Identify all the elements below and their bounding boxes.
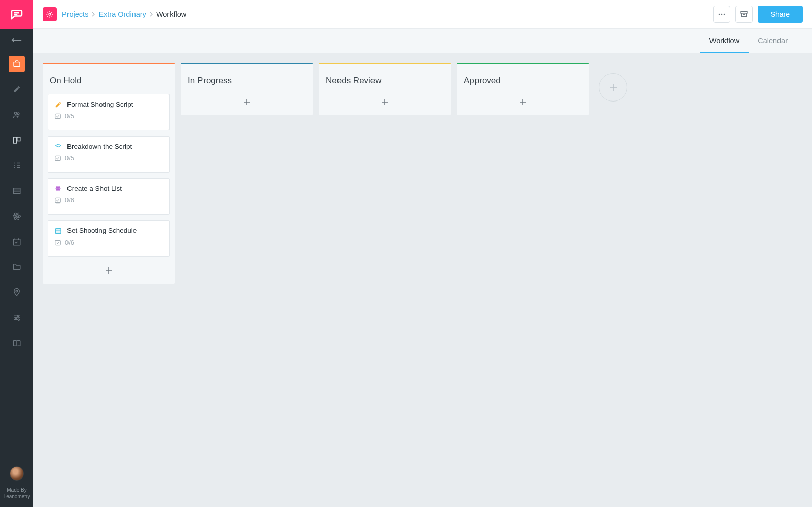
svg-point-2 [17,113,19,115]
box-icon [54,143,62,150]
card-title: Format Shoting Script [67,100,133,108]
card-progress: 0/6 [65,239,74,246]
pencil-icon [54,100,62,108]
sidebar: Made By Leanometry [0,0,33,507]
column-body: Format Shoting Script0/5Breakdown the Sc… [43,94,175,284]
add-card-button[interactable] [324,94,446,110]
archive-button[interactable] [735,6,753,23]
tab-workflow[interactable]: Workflow [700,29,749,53]
column-body [181,94,313,115]
card[interactable]: Format Shoting Script0/5 [48,94,170,130]
svg-rect-4 [17,137,20,141]
card-title: Create a Shot List [67,185,122,192]
svg-point-15 [49,13,51,15]
svg-rect-5 [13,188,20,194]
checklist-icon [54,197,61,204]
column-body [319,94,451,115]
svg-rect-3 [13,137,16,143]
more-button[interactable] [713,6,730,23]
add-card-button[interactable] [48,262,170,279]
column-header: Approved [457,64,589,94]
svg-point-11 [16,290,18,292]
svg-rect-21 [55,156,61,160]
sidebar-item-settings[interactable] [9,310,25,326]
column: On HoldFormat Shoting Script0/5Breakdown… [43,63,175,284]
card-progress: 0/5 [65,154,74,162]
add-column-button[interactable] [599,73,627,102]
checklist-icon [54,113,61,120]
avatar[interactable] [10,466,24,481]
svg-point-25 [58,188,59,189]
sidebar-item-calendar[interactable] [9,233,25,250]
add-card-button[interactable] [462,94,584,110]
sidebar-item-tasks[interactable] [9,157,25,174]
svg-point-18 [723,14,725,15]
sidebar-item-board[interactable] [9,132,25,148]
sidebar-item-folder[interactable] [9,259,25,275]
sidebar-item-team[interactable] [9,107,25,123]
card[interactable]: Set Shooting Schedule0/6 [48,220,170,257]
topbar: Projects Extra Ordinary Workflow Share [33,0,812,29]
svg-point-12 [18,315,19,317]
card-progress: 0/6 [65,196,74,204]
svg-rect-26 [55,198,61,202]
svg-point-14 [18,319,19,320]
column: In Progress [181,63,313,115]
card[interactable]: Create a Shot List0/6 [48,178,170,215]
svg-point-9 [16,216,17,217]
breadcrumb-projects[interactable]: Projects [62,10,88,18]
svg-point-17 [721,14,722,15]
project-icon[interactable] [43,7,57,21]
checklist-icon [54,155,61,162]
svg-point-16 [718,14,720,15]
svg-rect-0 [14,62,20,67]
chevron-right-icon [149,11,153,17]
breadcrumb-project[interactable]: Extra Ordinary [98,10,146,18]
column-header: On Hold [43,64,175,94]
share-button[interactable]: Share [758,6,803,23]
breadcrumb: Projects Extra Ordinary Workflow [62,10,186,18]
add-card-button[interactable] [186,94,308,110]
calendar-icon [54,227,62,234]
atom-icon [54,185,62,192]
card-meta: 0/5 [54,154,163,162]
sidebar-item-atom[interactable] [9,208,25,224]
sidebar-credit: Made By Leanometry [4,487,30,507]
card-title: Set Shooting Schedule [67,227,137,234]
svg-rect-27 [55,228,61,233]
svg-point-13 [15,317,17,319]
column-body [457,94,589,115]
card-progress: 0/5 [65,112,74,120]
app-logo[interactable] [0,0,33,29]
svg-rect-20 [55,114,61,118]
column: Approved [457,63,589,115]
tabbar: Workflow Calendar [33,29,812,53]
sidebar-item-list[interactable] [9,183,25,199]
card-title: Breakdown the Script [67,143,132,150]
tab-calendar[interactable]: Calendar [749,29,797,53]
column-header: Needs Review [319,64,451,94]
svg-rect-19 [741,12,747,13]
sidebar-item-edit[interactable] [9,81,25,97]
sidebar-item-briefcase[interactable] [9,56,25,72]
svg-point-1 [15,112,17,115]
card-meta: 0/6 [54,196,163,204]
breadcrumb-current: Workflow [156,10,186,18]
sidebar-item-book[interactable] [9,335,25,351]
board: On HoldFormat Shoting Script0/5Breakdown… [33,53,812,507]
card-meta: 0/6 [54,239,163,246]
column: Needs Review [319,63,451,115]
checklist-icon [54,239,61,246]
back-button[interactable] [0,29,33,51]
svg-rect-29 [55,240,61,245]
column-header: In Progress [181,64,313,94]
card-meta: 0/5 [54,112,163,120]
chevron-right-icon [91,11,95,17]
sidebar-item-location[interactable] [9,284,25,300]
card[interactable]: Breakdown the Script0/5 [48,136,170,173]
